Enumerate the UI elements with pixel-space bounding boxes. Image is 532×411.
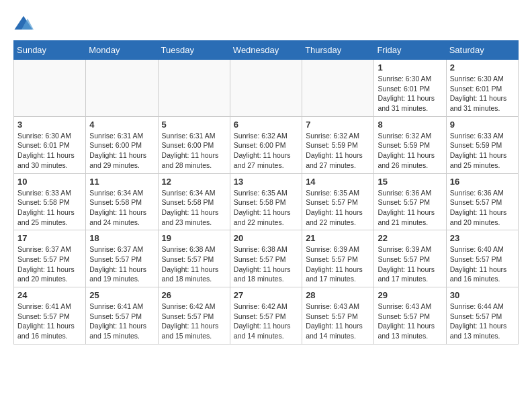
day-info: Sunrise: 6:40 AMSunset: 5:57 PMDaylight:… [450,244,515,284]
day-info: Sunrise: 6:34 AMSunset: 5:58 PMDaylight:… [89,188,154,228]
calendar-cell [302,60,374,117]
calendar-cell: 11Sunrise: 6:34 AMSunset: 5:58 PMDayligh… [86,173,158,230]
calendar-header-row: SundayMondayTuesdayWednesdayThursdayFrid… [14,41,519,60]
day-number: 18 [89,233,154,243]
header [13,13,519,34]
calendar-cell: 1Sunrise: 6:30 AMSunset: 6:01 PMDaylight… [374,60,446,117]
day-number: 14 [306,177,370,187]
day-info: Sunrise: 6:41 AMSunset: 5:57 PMDaylight:… [17,302,82,341]
day-info: Sunrise: 6:42 AMSunset: 5:57 PMDaylight:… [162,302,226,341]
calendar-cell: 20Sunrise: 6:38 AMSunset: 5:57 PMDayligh… [230,230,302,287]
day-info: Sunrise: 6:41 AMSunset: 5:57 PMDaylight:… [89,302,154,341]
calendar-week-row: 17Sunrise: 6:37 AMSunset: 5:57 PMDayligh… [14,230,519,287]
day-info: Sunrise: 6:30 AMSunset: 6:01 PMDaylight:… [450,74,515,113]
day-number: 4 [89,120,154,130]
calendar-header-tuesday: Tuesday [158,41,230,60]
day-info: Sunrise: 6:38 AMSunset: 5:57 PMDaylight:… [162,244,226,284]
day-number: 25 [89,290,154,300]
day-number: 26 [162,290,226,300]
calendar-cell: 7Sunrise: 6:32 AMSunset: 5:59 PMDaylight… [302,116,374,173]
day-info: Sunrise: 6:31 AMSunset: 6:00 PMDaylight:… [89,131,154,171]
day-info: Sunrise: 6:42 AMSunset: 5:57 PMDaylight:… [234,302,298,341]
calendar-cell: 23Sunrise: 6:40 AMSunset: 5:57 PMDayligh… [446,230,518,287]
day-info: Sunrise: 6:31 AMSunset: 6:00 PMDaylight:… [162,131,226,171]
day-info: Sunrise: 6:43 AMSunset: 5:57 PMDaylight:… [378,302,442,341]
day-info: Sunrise: 6:35 AMSunset: 5:57 PMDaylight:… [306,188,370,228]
day-info: Sunrise: 6:33 AMSunset: 5:59 PMDaylight:… [450,131,515,171]
day-info: Sunrise: 6:33 AMSunset: 5:58 PMDaylight:… [17,188,82,228]
day-number: 13 [234,177,298,187]
day-number: 11 [89,177,154,187]
calendar-header-wednesday: Wednesday [230,41,302,60]
day-number: 22 [378,233,442,243]
day-number: 5 [162,120,226,130]
calendar-week-row: 1Sunrise: 6:30 AMSunset: 6:01 PMDaylight… [14,60,519,117]
day-info: Sunrise: 6:32 AMSunset: 5:59 PMDaylight:… [306,131,370,171]
calendar-cell: 4Sunrise: 6:31 AMSunset: 6:00 PMDaylight… [86,116,158,173]
day-number: 8 [378,120,442,130]
calendar-week-row: 10Sunrise: 6:33 AMSunset: 5:58 PMDayligh… [14,173,519,230]
calendar-cell: 28Sunrise: 6:43 AMSunset: 5:57 PMDayligh… [302,287,374,345]
day-number: 2 [450,62,515,73]
calendar-header-monday: Monday [86,41,158,60]
calendar-cell: 18Sunrise: 6:37 AMSunset: 5:57 PMDayligh… [86,230,158,287]
day-info: Sunrise: 6:32 AMSunset: 5:59 PMDaylight:… [378,131,442,171]
day-number: 30 [450,290,515,300]
calendar-cell: 17Sunrise: 6:37 AMSunset: 5:57 PMDayligh… [14,230,86,287]
calendar-header-saturday: Saturday [446,41,518,60]
calendar-cell [86,60,158,117]
day-info: Sunrise: 6:30 AMSunset: 6:01 PMDaylight:… [17,131,82,171]
day-info: Sunrise: 6:43 AMSunset: 5:57 PMDaylight:… [306,302,370,341]
day-info: Sunrise: 6:37 AMSunset: 5:57 PMDaylight:… [17,244,82,284]
page: SundayMondayTuesdayWednesdayThursdayFrid… [0,0,532,351]
day-number: 3 [17,120,82,130]
calendar-cell: 5Sunrise: 6:31 AMSunset: 6:00 PMDaylight… [158,116,230,173]
day-info: Sunrise: 6:39 AMSunset: 5:57 PMDaylight:… [378,244,442,284]
calendar-cell: 24Sunrise: 6:41 AMSunset: 5:57 PMDayligh… [14,287,86,345]
calendar-cell: 30Sunrise: 6:44 AMSunset: 5:57 PMDayligh… [446,287,518,345]
day-number: 20 [234,233,298,243]
calendar-cell: 2Sunrise: 6:30 AMSunset: 6:01 PMDaylight… [446,60,518,117]
logo-icon [13,13,34,34]
day-number: 27 [234,290,298,300]
day-number: 10 [17,177,82,187]
calendar-cell: 25Sunrise: 6:41 AMSunset: 5:57 PMDayligh… [86,287,158,345]
calendar-cell: 27Sunrise: 6:42 AMSunset: 5:57 PMDayligh… [230,287,302,345]
day-number: 28 [306,290,370,300]
calendar-cell: 14Sunrise: 6:35 AMSunset: 5:57 PMDayligh… [302,173,374,230]
calendar-cell [14,60,86,117]
day-info: Sunrise: 6:32 AMSunset: 6:00 PMDaylight:… [234,131,298,171]
calendar-table: SundayMondayTuesdayWednesdayThursdayFrid… [13,40,519,345]
calendar-cell: 9Sunrise: 6:33 AMSunset: 5:59 PMDaylight… [446,116,518,173]
calendar-cell [158,60,230,117]
day-number: 16 [450,177,515,187]
logo [13,13,36,34]
calendar-cell: 10Sunrise: 6:33 AMSunset: 5:58 PMDayligh… [14,173,86,230]
day-number: 17 [17,233,82,243]
day-number: 12 [162,177,226,187]
calendar-cell: 8Sunrise: 6:32 AMSunset: 5:59 PMDaylight… [374,116,446,173]
day-number: 15 [378,177,442,187]
day-info: Sunrise: 6:39 AMSunset: 5:57 PMDaylight:… [306,244,370,284]
calendar-cell: 26Sunrise: 6:42 AMSunset: 5:57 PMDayligh… [158,287,230,345]
calendar-week-row: 24Sunrise: 6:41 AMSunset: 5:57 PMDayligh… [14,287,519,345]
day-info: Sunrise: 6:38 AMSunset: 5:57 PMDaylight:… [234,244,298,284]
day-number: 1 [378,62,442,73]
calendar-cell: 21Sunrise: 6:39 AMSunset: 5:57 PMDayligh… [302,230,374,287]
calendar-header-friday: Friday [374,41,446,60]
calendar-week-row: 3Sunrise: 6:30 AMSunset: 6:01 PMDaylight… [14,116,519,173]
day-number: 23 [450,233,515,243]
calendar-cell: 19Sunrise: 6:38 AMSunset: 5:57 PMDayligh… [158,230,230,287]
day-number: 29 [378,290,442,300]
day-info: Sunrise: 6:37 AMSunset: 5:57 PMDaylight:… [89,244,154,284]
calendar-cell: 15Sunrise: 6:36 AMSunset: 5:57 PMDayligh… [374,173,446,230]
calendar-header-sunday: Sunday [14,41,86,60]
calendar-cell: 3Sunrise: 6:30 AMSunset: 6:01 PMDaylight… [14,116,86,173]
day-info: Sunrise: 6:35 AMSunset: 5:58 PMDaylight:… [234,188,298,228]
calendar-cell [230,60,302,117]
calendar-cell: 12Sunrise: 6:34 AMSunset: 5:58 PMDayligh… [158,173,230,230]
day-info: Sunrise: 6:44 AMSunset: 5:57 PMDaylight:… [450,302,515,341]
calendar-header-thursday: Thursday [302,41,374,60]
day-number: 19 [162,233,226,243]
day-number: 7 [306,120,370,130]
